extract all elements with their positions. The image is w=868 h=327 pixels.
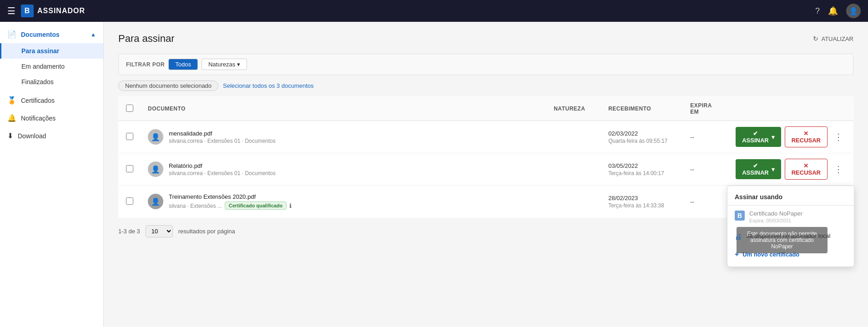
row2-refuse-button[interactable]: ✕ RECUSAR <box>785 159 828 180</box>
row3-expire: -- <box>683 186 728 218</box>
row1-checkbox[interactable] <box>126 133 133 140</box>
row1-nature <box>546 121 601 153</box>
selection-row: Nenhum documento selecionado Selecionar … <box>118 80 853 91</box>
sidebar-documentos-header[interactable]: 📄 Documentos ▲ <box>0 25 103 43</box>
row3-doc-cell: 👤 Treinamento Extensões 2020.pdf silvana… <box>141 186 546 218</box>
brand-logo: B <box>21 5 34 17</box>
row2-expire: -- <box>683 153 728 186</box>
download-icon: ⬇ <box>7 131 13 140</box>
sidebar-item-finalizados[interactable]: Finalizados <box>0 74 103 90</box>
row1-actions: ✔ ASSINAR ▾ ✕ RECUSAR ⋮ <box>728 121 853 153</box>
select-all-link[interactable]: Selecionar todos os 3 documentos <box>223 82 313 89</box>
row2-receipt-sub: Terça-feira às 14:00:17 <box>608 170 676 176</box>
notification-icon[interactable]: 🔔 <box>828 6 838 16</box>
row3-nature <box>546 186 601 218</box>
table-row: 👤 Relatório.pdf silvana.correa · Extensõ… <box>119 153 853 186</box>
qualified-badge: Certificado qualificado <box>225 201 287 210</box>
sidebar-item-para-assinar[interactable]: Para assinar <box>0 43 103 59</box>
row1-receipt: 02/03/2022 Quarta-feira às 09:55:17 <box>601 121 683 153</box>
per-page-select[interactable]: 10 25 50 100 <box>146 225 173 237</box>
row1-expire: -- <box>683 121 728 153</box>
pagination-range: 1-3 de 3 <box>118 228 140 235</box>
nopaper-label: Certificado NoPaper <box>749 210 802 217</box>
row3-doc-name: Treinamento Extensões 2020.pdf <box>169 193 292 200</box>
row1-checkbox-cell <box>119 121 141 153</box>
row1-avatar: 👤 <box>148 129 163 145</box>
row3-receipt: 28/02/2023 Terça-feira às 14:33:38 <box>601 186 683 218</box>
sign-chevron-icon: ▾ <box>772 166 775 173</box>
row2-checkbox[interactable] <box>126 165 133 172</box>
row2-doc-name: Relatório.pdf <box>169 162 276 169</box>
filter-all-button[interactable]: Todos <box>168 59 198 70</box>
topnav: ☰ B ASSINADOR ? 🔔 👤 <box>0 0 868 22</box>
notificacoes-icon: 🔔 <box>7 114 16 122</box>
sidebar-sub-items: Para assinar Em andamento Finalizados <box>0 43 103 90</box>
row2-sign-button[interactable]: ✔ ASSINAR ▾ <box>736 159 781 179</box>
row1-more-button[interactable]: ⋮ <box>831 131 846 143</box>
col-natureza: NATUREZA <box>546 97 601 121</box>
row1-doc-sub: silvana.correa · Extensões 01 · Document… <box>169 138 276 144</box>
col-checkbox <box>119 97 141 121</box>
row3-checkbox[interactable] <box>126 197 133 205</box>
sidebar-item-notificacoes[interactable]: 🔔 Notificações <box>0 109 103 127</box>
sidebar-item-em-andamento[interactable]: Em andamento <box>0 59 103 74</box>
row2-avatar: 👤 <box>148 161 163 177</box>
sidebar-download-label: Download <box>18 132 46 140</box>
col-actions <box>728 97 853 121</box>
sign-dropdown-panel: Assinar usando B Certificado NoPaper Exp… <box>727 186 854 267</box>
row1-sign-button[interactable]: ✔ ASSINAR ▾ <box>736 127 781 147</box>
brand-name: ASSINADOR <box>37 7 85 15</box>
row2-actions: ✔ ASSINAR ▾ ✕ RECUSAR ⋮ <box>728 153 853 186</box>
nopaper-sub: Expira: 05/03/2031 <box>749 218 802 223</box>
row2-more-button[interactable]: ⋮ <box>831 163 846 176</box>
filter-label: FILTRAR POR <box>126 61 165 68</box>
table-row: 👤 mensalidade.pdf silvana.correa · Exten… <box>119 121 853 153</box>
row2-doc-cell: 👤 Relatório.pdf silvana.correa · Extensõ… <box>141 153 546 186</box>
row2-doc-sub: silvana.correa · Extensões 01 · Document… <box>169 170 276 176</box>
selection-badge: Nenhum documento selecionado <box>118 80 218 91</box>
hamburger-icon[interactable]: ☰ <box>7 5 15 16</box>
dropdown-title: Assinar usando <box>727 193 854 206</box>
row3-avatar: 👤 <box>148 194 163 209</box>
qualified-info-icon[interactable]: ℹ <box>289 202 292 209</box>
documentos-icon: 📄 <box>7 30 16 39</box>
main-content: Para assinar ↻ ATUALIZAR FILTRAR POR Tod… <box>104 22 868 327</box>
row3-receipt-date: 28/02/2023 <box>608 195 676 201</box>
filter-naturezas-button[interactable]: Naturezas ▾ <box>202 59 247 70</box>
local-signer-label: Já disponível no assinador local <box>747 232 830 239</box>
row2-receipt-date: 03/05/2022 <box>608 162 676 169</box>
col-documento: DOCUMENTO <box>141 97 546 121</box>
avatar[interactable]: 👤 <box>846 4 861 18</box>
row1-doc-name: mensalidade.pdf <box>169 130 276 137</box>
layout: 📄 Documentos ▲ Para assinar Em andamento… <box>0 22 868 327</box>
sidebar-item-download[interactable]: ⬇ Download <box>0 127 103 145</box>
select-all-checkbox[interactable] <box>126 105 133 112</box>
sidebar-certificados-label: Certificados <box>21 97 55 104</box>
sidebar-section-documentos: 📄 Documentos ▲ Para assinar Em andamento… <box>0 25 103 90</box>
sidebar-item-certificados[interactable]: 🏅 Certificados <box>0 91 103 109</box>
row1-refuse-button[interactable]: ✕ RECUSAR <box>785 126 828 147</box>
row3-receipt-sub: Terça-feira às 14:33:38 <box>608 202 676 209</box>
nopaper-logo-icon: B <box>735 211 745 221</box>
refresh-icon: ↻ <box>813 35 818 42</box>
topnav-brand: B ASSINADOR <box>21 5 815 17</box>
dropdown-item-local[interactable]: 🖨 Já disponível no assinador local <box>727 228 854 246</box>
printer-icon: 🖨 <box>735 233 742 241</box>
row2-receipt: 03/05/2022 Terça-feira às 14:00:17 <box>601 153 683 186</box>
sidebar: 📄 Documentos ▲ Para assinar Em andamento… <box>0 22 104 327</box>
col-expira: EXPIRA EM <box>683 97 728 121</box>
help-icon[interactable]: ? <box>815 6 820 16</box>
update-button[interactable]: ↻ ATUALIZAR <box>813 35 853 42</box>
certificados-icon: 🏅 <box>7 96 16 105</box>
per-page-label: resultados por página <box>178 228 235 235</box>
row1-doc-cell: 👤 mensalidade.pdf silvana.correa · Exten… <box>141 121 546 153</box>
col-recebimento: RECEBIMENTO <box>601 97 683 121</box>
row2-checkbox-cell <box>119 153 141 186</box>
page-title: Para assinar <box>118 33 175 45</box>
topnav-icons: ? 🔔 👤 <box>815 4 861 18</box>
sidebar-documentos-label: Documentos <box>21 31 60 38</box>
dropdown-item-nopaper[interactable]: B Certificado NoPaper Expira: 05/03/2031… <box>727 206 854 228</box>
sidebar-notificacoes-label: Notificações <box>21 115 56 122</box>
page-header: Para assinar ↻ ATUALIZAR <box>118 33 853 45</box>
row3-doc-sub: silvana · Extensões ... <box>169 203 222 209</box>
